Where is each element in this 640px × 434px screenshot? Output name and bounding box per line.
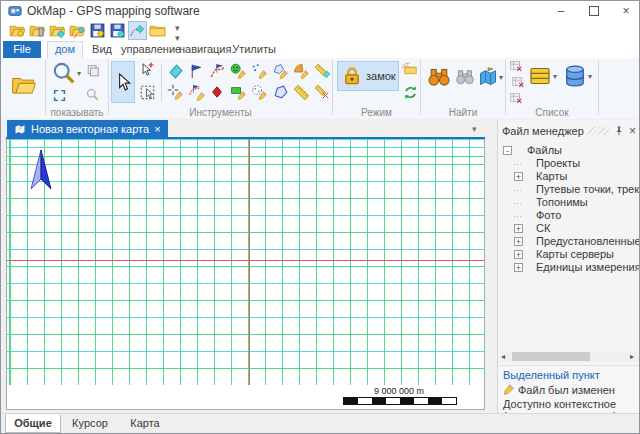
draw-circle-icon[interactable] [251,84,268,101]
expand-icon[interactable]: + [514,224,523,233]
export-folder-icon[interactable] [401,60,419,78]
find-icon[interactable] [427,65,451,89]
select-cursor-icon[interactable] [111,61,135,103]
tree-item-files[interactable]: -Файлы [498,144,640,157]
list-grid-1-icon[interactable] [509,59,523,73]
draw-polyline-icon[interactable] [272,63,289,80]
database-dropdown-icon[interactable]: ▾ [588,73,592,81]
open-track-icon[interactable] [69,22,86,39]
tree-item-crs[interactable]: +СК [498,222,640,235]
qat-more-icon[interactable]: ▾▾ [175,23,180,43]
copy-view-icon[interactable] [86,64,100,78]
tab-utilities[interactable]: Утилиты [231,41,277,58]
tree-item-toponyms[interactable]: Топонимы [498,196,640,209]
map-document-tab[interactable]: Новая векторная карта × [7,120,168,137]
bottom-tab-general[interactable]: Общие [5,415,61,433]
open-file-icon[interactable] [9,22,26,39]
close-button[interactable]: × [611,1,640,21]
tree-item-maps[interactable]: +Карты [498,170,640,183]
fit-extent-icon[interactable] [53,89,66,102]
tools-separator [161,64,162,102]
document-area: Новая векторная карта × ▾ 9 000 000 m Фа… [1,119,639,413]
tab-list-dropdown-icon[interactable]: ▾ [472,124,477,134]
tab-view[interactable]: Вид [87,41,117,58]
map-index-icon[interactable] [478,67,498,87]
panel-drag-texture[interactable] [588,127,609,135]
tree-item-projects[interactable]: Проекты [498,157,640,170]
expand-icon[interactable]: + [514,250,523,259]
panel-title: Файл менеджер [502,125,584,137]
maximize-button[interactable] [579,1,609,21]
okmap-window: OkMap - GPS mapping software – × ▾▾ File… [0,0,640,434]
track-flag-icon[interactable] [209,63,226,80]
open-project-icon[interactable] [29,22,46,39]
draw-polygon-icon[interactable] [272,84,289,101]
ruler-icon[interactable] [293,84,310,101]
refresh-icon[interactable] [403,85,418,100]
scale-label: 9 000 000 m [339,386,459,396]
open-map-icon[interactable] [49,22,66,39]
tab-manage[interactable]: управление [121,41,177,58]
tree-item-presets[interactable]: +Предустановленные прое [498,235,640,248]
scroll-right-icon[interactable]: ▸ [630,352,634,361]
tree-item-photo[interactable]: Фото [498,209,640,222]
bottom-tab-map[interactable]: Карта [121,415,169,432]
draw-rectangle-icon[interactable] [230,84,247,101]
table-list-icon[interactable] [528,64,552,88]
draw-position-icon[interactable] [167,84,184,101]
scrollbar-thumb[interactable] [512,352,590,361]
zoom-selection-icon[interactable] [86,88,99,101]
draw-points-icon[interactable] [251,63,268,80]
selection-info-box: Выделенный пункт Файл был изменен Доступ… [498,365,640,414]
panel-close-icon[interactable]: × [629,125,636,137]
find-disabled-icon[interactable] [455,67,475,87]
lock-button[interactable]: замок [337,61,399,91]
tab-home[interactable]: дом [47,41,83,59]
ribbon-tab-row: File дом Вид управление навигация Утилит… [1,41,639,59]
database-icon[interactable] [563,64,587,88]
big-folder-icon[interactable] [11,72,37,98]
tree-item-map-servers[interactable]: +Карты серверы [498,248,640,261]
collapse-icon[interactable]: - [503,146,512,155]
tree-item-units[interactable]: +Единицы измерения [498,261,640,274]
scroll-left-icon[interactable]: ◂ [501,352,505,361]
save-map-icon[interactable] [109,22,126,39]
list-grid-3-icon[interactable] [509,91,523,105]
map-tab-close-icon[interactable]: × [154,123,160,135]
draw-area-icon[interactable] [293,63,310,80]
measure-ruler-icon[interactable] [314,63,331,80]
table-list-dropdown-icon[interactable]: ▾ [553,73,557,81]
find-dropdown-icon[interactable]: ▾ [499,74,503,82]
expand-icon[interactable]: + [514,237,523,246]
folder-icon[interactable] [149,22,166,39]
group-label: Найти [421,107,505,118]
draw-track-icon[interactable] [188,84,205,101]
save-track-icon[interactable] [128,21,147,40]
tree-item-waypoints[interactable]: Путевые точки, треки, ма [498,183,640,196]
horizontal-scrollbar[interactable]: ◂ ▸ [500,351,638,362]
zoom-dropdown-icon[interactable]: ▾ [77,70,81,78]
map-canvas[interactable]: 9 000 000 m [6,139,485,410]
group-label: Список [506,107,598,118]
add-selection-icon[interactable] [139,61,157,79]
vertex-diamond-icon[interactable] [209,84,226,101]
ribbon-group-files [3,58,45,119]
expand-icon[interactable]: + [514,263,523,272]
list-grid-2-icon[interactable] [511,75,525,89]
file-status-text: Файл был изменен [518,384,615,396]
bottom-tab-cursor[interactable]: Курсор [63,415,117,432]
pin-icon[interactable] [613,125,625,137]
tab-file[interactable]: File [3,41,41,58]
save-file-icon[interactable] [89,22,106,39]
zoom-icon[interactable] [52,61,76,85]
expand-icon[interactable]: + [514,172,523,181]
grid-axis-vertical [249,139,250,385]
box-selection-icon[interactable] [139,84,157,102]
draw-symbol-icon[interactable] [230,63,247,80]
minimize-button[interactable]: – [546,1,576,21]
eraser-icon[interactable] [167,63,184,80]
ruler-delete-icon[interactable] [314,84,331,101]
waypoint-flag-icon[interactable] [188,63,205,80]
tab-navigation[interactable]: навигация [179,41,229,58]
maximize-icon [589,6,599,16]
